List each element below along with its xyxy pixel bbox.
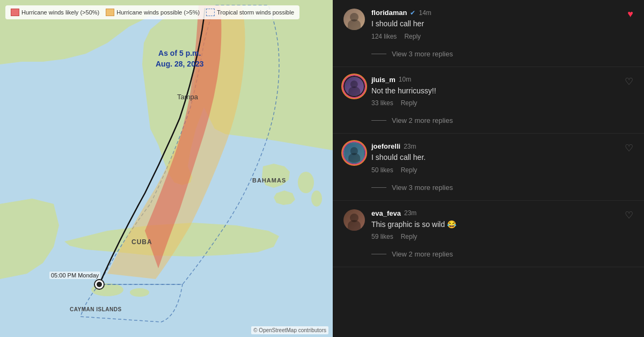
- svg-point-1: [298, 172, 314, 193]
- map-time-label: 05:00 PM Monday: [49, 272, 100, 279]
- legend-label-tropical: Tropical storm winds possible: [217, 9, 294, 16]
- comment-header-floridaman: floridaman ✔ 14m: [371, 9, 633, 17]
- legend-item-likely: Hurricane winds likely (>50%): [11, 9, 99, 16]
- svg-text:CAYMAN ISLANDS: CAYMAN ISLANDS: [70, 306, 122, 312]
- replies-line: [371, 54, 386, 54]
- comment-main-eva: eva_feva 23m This graphic is so wild 😂 5…: [343, 209, 633, 241]
- replies-text-jluis[interactable]: View 2 more replies: [392, 116, 453, 124]
- view-replies-floridaman[interactable]: View 3 more replies: [343, 45, 633, 58]
- view-replies-eva[interactable]: View 2 more replies: [343, 245, 633, 258]
- heart-icon-jluis[interactable]: ♡: [625, 76, 633, 87]
- svg-point-2: [311, 191, 322, 207]
- view-replies-joeforelli[interactable]: View 3 more replies: [343, 178, 633, 192]
- username-jluis: jluis_m: [371, 76, 396, 84]
- comment-main-floridaman: floridaman ✔ 14m I should call her 124 l…: [343, 9, 633, 40]
- heart-container-eva[interactable]: ♡: [625, 209, 633, 221]
- heart-container-jluis[interactable]: ♡: [625, 76, 633, 87]
- username-joeforelli: joeforelli: [371, 142, 400, 150]
- reply-button-floridaman[interactable]: Reply: [404, 33, 421, 40]
- comment-header-eva: eva_feva 23m: [371, 209, 633, 217]
- replies-text-floridaman[interactable]: View 3 more replies: [392, 50, 453, 58]
- comment-actions-jluis: 33 likes Reply: [371, 99, 633, 107]
- comment-text-jluis: Not the hurricussy!!: [371, 86, 633, 97]
- verified-icon-floridaman: ✔: [410, 9, 415, 17]
- comment-actions-joeforelli: 50 likes Reply: [371, 166, 633, 174]
- comment-main-jluis: jluis_m 10m Not the hurricussy!! 33 like…: [343, 76, 633, 107]
- comment-header-joeforelli: joeforelli 23m: [371, 142, 633, 150]
- comments-panel[interactable]: floridaman ✔ 14m I should call her 124 l…: [333, 0, 644, 337]
- likes-joeforelli: 50 likes: [371, 166, 393, 174]
- reply-button-joeforelli[interactable]: Reply: [401, 166, 418, 174]
- map-panel: Tampa BAHAMAS CUBA CAYMAN ISLANDS As of …: [0, 0, 333, 337]
- comment-text-eva: This graphic is so wild 😂: [371, 219, 633, 230]
- heart-icon-eva[interactable]: ♡: [625, 210, 633, 221]
- username-eva: eva_feva: [371, 209, 401, 217]
- map-attribution: © OpenStreetMap contributors: [251, 326, 328, 334]
- avatar-eva: [343, 209, 365, 231]
- comment-eva: eva_feva 23m This graphic is so wild 😂 5…: [333, 201, 644, 268]
- username-floridaman: floridaman: [371, 9, 407, 17]
- timestamp-jluis: 10m: [399, 76, 411, 83]
- view-replies-jluis[interactable]: View 2 more replies: [343, 111, 633, 124]
- legend-item-tropical: Tropical storm winds possible: [206, 9, 294, 16]
- comment-content-joeforelli: joeforelli 23m I should call her. 50 lik…: [371, 142, 633, 174]
- heart-container-joeforelli[interactable]: ♡: [625, 142, 633, 154]
- comment-text-floridaman: I should call her: [371, 19, 633, 30]
- heart-icon-joeforelli[interactable]: ♡: [625, 143, 633, 153]
- replies-text-eva[interactable]: View 2 more replies: [392, 250, 453, 258]
- legend-box-likely: [11, 9, 19, 16]
- likes-eva: 59 likes: [371, 233, 393, 240]
- svg-text:Tampa: Tampa: [177, 93, 199, 101]
- comment-joeforelli: joeforelli 23m I should call her. 50 lik…: [333, 134, 644, 201]
- replies-line-joeforelli: [371, 187, 386, 188]
- comment-floridaman: floridaman ✔ 14m I should call her 124 l…: [333, 0, 644, 67]
- svg-point-4: [130, 288, 149, 297]
- svg-text:BAHAMAS: BAHAMAS: [252, 177, 286, 184]
- avatar-joeforelli: [343, 142, 365, 164]
- replies-line-jluis: [371, 120, 386, 121]
- svg-point-6: [97, 282, 102, 287]
- legend-box-possible: [106, 9, 114, 16]
- reply-button-jluis[interactable]: Reply: [401, 99, 418, 107]
- avatar-floridaman: [343, 9, 365, 30]
- comment-jluis: jluis_m 10m Not the hurricussy!! 33 like…: [333, 67, 644, 134]
- comment-content-eva: eva_feva 23m This graphic is so wild 😂 5…: [371, 209, 633, 241]
- likes-jluis: 33 likes: [371, 99, 393, 107]
- comment-header-jluis: jluis_m 10m: [371, 76, 633, 84]
- comment-text-joeforelli: I should call her.: [371, 152, 633, 163]
- replies-text-joeforelli[interactable]: View 3 more replies: [392, 184, 453, 192]
- legend-box-tropical: [206, 9, 215, 16]
- map-legend: Hurricane winds likely (>50%) Hurricane …: [5, 5, 299, 19]
- comment-main-joeforelli: joeforelli 23m I should call her. 50 lik…: [343, 142, 633, 174]
- timestamp-joeforelli: 23m: [404, 143, 416, 150]
- svg-text:CUBA: CUBA: [131, 238, 152, 246]
- comment-actions-floridaman: 124 likes Reply: [371, 33, 633, 40]
- comment-content-floridaman: floridaman ✔ 14m I should call her 124 l…: [371, 9, 633, 40]
- heart-container-floridaman[interactable]: ♥: [627, 9, 633, 20]
- likes-floridaman: 124 likes: [371, 33, 397, 40]
- comment-actions-eva: 59 likes Reply: [371, 233, 633, 240]
- reply-button-eva[interactable]: Reply: [401, 233, 418, 240]
- legend-label-likely: Hurricane winds likely (>50%): [21, 9, 99, 16]
- timestamp-floridaman: 14m: [419, 9, 431, 17]
- comment-content-jluis: jluis_m 10m Not the hurricussy!! 33 like…: [371, 76, 633, 107]
- heart-icon-floridaman[interactable]: ♥: [627, 9, 633, 19]
- map-date-label: As of 5 p.m. Aug. 28, 2023: [156, 48, 204, 69]
- map-background: Tampa BAHAMAS CUBA CAYMAN ISLANDS As of …: [0, 0, 333, 337]
- legend-label-possible: Hurricane winds possible (>5%): [116, 9, 200, 16]
- avatar-jluis: [343, 76, 365, 97]
- timestamp-eva: 23m: [404, 209, 416, 217]
- legend-item-possible: Hurricane winds possible (>5%): [106, 9, 200, 16]
- replies-line-eva: [371, 254, 386, 254]
